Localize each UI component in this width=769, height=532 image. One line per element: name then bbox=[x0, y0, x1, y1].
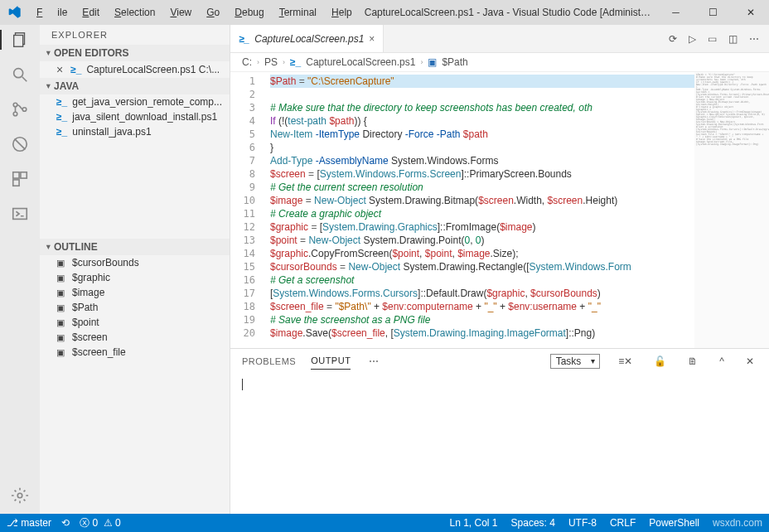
explorer-icon[interactable] bbox=[0, 30, 30, 50]
tab-problems[interactable]: PROBLEMS bbox=[242, 353, 296, 370]
indent-indicator[interactable]: Spaces: 4 bbox=[511, 517, 555, 529]
outline-item[interactable]: ▣$Path bbox=[40, 300, 230, 315]
encoding-indicator[interactable]: UTF-8 bbox=[568, 517, 597, 529]
variable-icon: ▣ bbox=[56, 347, 65, 358]
bottom-panel: PROBLEMS OUTPUT ⋯ Tasks ≡✕ 🔓 🗎 ^ ✕ bbox=[230, 348, 769, 514]
editor-tab[interactable]: ≥_ CaptureLocalScreen.ps1 × bbox=[230, 25, 384, 52]
lock-scroll-icon[interactable]: 🔓 bbox=[651, 355, 670, 367]
svg-point-13 bbox=[17, 493, 22, 498]
variable-icon: ▣ bbox=[56, 258, 65, 268]
close-window-button[interactable]: ✕ bbox=[732, 0, 769, 25]
close-tab-icon[interactable]: × bbox=[369, 33, 375, 45]
minimize-button[interactable]: ─ bbox=[657, 0, 694, 25]
powershell-file-icon: ≥_ bbox=[56, 96, 67, 108]
open-editor-item[interactable]: × ≥_ CaptureLocalScreen.ps1 C:\... bbox=[40, 61, 230, 78]
svg-point-5 bbox=[13, 112, 17, 116]
variable-icon: ▣ bbox=[56, 273, 65, 283]
variable-icon: ▣ bbox=[56, 288, 65, 298]
breadcrumb[interactable]: C:› PS› ≥_ CaptureLocalScreen.ps1› ▣ $Pa… bbox=[230, 53, 769, 72]
outline-item[interactable]: ▣$image bbox=[40, 285, 230, 300]
branch-indicator[interactable]: ⎇ master bbox=[7, 517, 51, 529]
open-log-icon[interactable]: 🗎 bbox=[684, 355, 701, 367]
tab-output[interactable]: OUTPUT bbox=[311, 352, 351, 370]
outline-item[interactable]: ▣$point bbox=[40, 315, 230, 330]
window-title: CaptureLocalScreen.ps1 - Java - Visual S… bbox=[360, 7, 657, 18]
editor-group: ≥_ CaptureLocalScreen.ps1 × ⟳ ▷ ▭ ◫ ⋯ C:… bbox=[230, 25, 769, 514]
svg-rect-11 bbox=[13, 180, 19, 186]
title-bar: File Edit Selection View Go Debug Termin… bbox=[0, 0, 769, 25]
explorer-sidebar: EXPLORER OPEN EDITORS × ≥_ CaptureLocalS… bbox=[40, 25, 230, 514]
svg-rect-1 bbox=[14, 36, 23, 47]
menu-edit[interactable]: Edit bbox=[75, 2, 107, 22]
menu-terminal[interactable]: Terminal bbox=[272, 2, 324, 22]
problems-indicator[interactable]: ⓧ 0 ⚠ 0 bbox=[80, 516, 121, 530]
menu-view[interactable]: View bbox=[162, 2, 199, 22]
settings-gear-icon[interactable] bbox=[10, 486, 30, 505]
panel-close-icon[interactable]: ✕ bbox=[742, 355, 757, 367]
output-channel-select[interactable]: Tasks bbox=[550, 354, 601, 369]
open-editor-label: CaptureLocalScreen.ps1 C:\... bbox=[86, 64, 220, 75]
code-content[interactable]: $Path = "C:\ScreenCapture" # Make sure t… bbox=[264, 72, 694, 348]
status-bar: ⎇ master ⟲ ⓧ 0 ⚠ 0 Ln 1, Col 1 Spaces: 4… bbox=[0, 514, 769, 532]
powershell-file-icon: ≥_ bbox=[290, 56, 301, 68]
watermark: wsxdn.com bbox=[713, 517, 762, 529]
powershell-file-icon: ≥_ bbox=[56, 126, 67, 138]
debug-icon[interactable] bbox=[10, 134, 30, 154]
powershell-ext-icon[interactable] bbox=[10, 204, 30, 224]
svg-rect-10 bbox=[21, 172, 27, 178]
search-icon[interactable] bbox=[10, 65, 30, 85]
outline-item[interactable]: ▣$screen bbox=[40, 330, 230, 345]
more-actions-icon[interactable]: ⋯ bbox=[749, 33, 759, 45]
line-gutter: 1234567891011121314151617181920 bbox=[230, 72, 264, 348]
menu-file[interactable]: File bbox=[29, 2, 75, 22]
activity-bar bbox=[0, 25, 40, 514]
section-open-editors[interactable]: OPEN EDITORS bbox=[40, 45, 230, 61]
svg-point-2 bbox=[14, 69, 23, 78]
section-workspace[interactable]: JAVA bbox=[40, 78, 230, 94]
variable-icon: ▣ bbox=[56, 302, 65, 313]
close-icon[interactable]: × bbox=[56, 63, 63, 76]
powershell-file-icon: ≥_ bbox=[239, 33, 249, 45]
outline-item[interactable]: ▣$graphic bbox=[40, 270, 230, 285]
file-item[interactable]: ≥_java_silent_download_install.ps1 bbox=[40, 109, 230, 124]
language-indicator[interactable]: PowerShell bbox=[649, 517, 699, 529]
panel-maximize-icon[interactable]: ^ bbox=[716, 355, 728, 367]
minimap[interactable]: $Path = "C:\ScreenCapture"# Make sure th… bbox=[694, 72, 769, 348]
menu-bar: File Edit Selection View Go Debug Termin… bbox=[29, 2, 360, 22]
file-item[interactable]: ≥_uninstall_java.ps1 bbox=[40, 124, 230, 139]
cursor-position[interactable]: Ln 1, Col 1 bbox=[450, 517, 498, 529]
compare-changes-icon[interactable]: ⟳ bbox=[669, 33, 677, 45]
run-selection-icon[interactable]: ▭ bbox=[708, 33, 717, 45]
maximize-button[interactable]: ☐ bbox=[694, 0, 732, 25]
more-panels-icon[interactable]: ⋯ bbox=[365, 355, 382, 367]
eol-indicator[interactable]: CRLF bbox=[610, 517, 636, 529]
clear-output-icon[interactable]: ≡✕ bbox=[615, 355, 636, 367]
split-editor-icon[interactable]: ◫ bbox=[728, 33, 738, 45]
svg-rect-9 bbox=[13, 172, 19, 178]
menu-go[interactable]: Go bbox=[199, 2, 227, 22]
svg-line-3 bbox=[22, 77, 27, 82]
section-outline[interactable]: OUTLINE bbox=[40, 239, 230, 255]
powershell-file-icon: ≥_ bbox=[70, 64, 81, 75]
sidebar-title: EXPLORER bbox=[40, 25, 230, 45]
variable-icon: ▣ bbox=[56, 317, 65, 328]
run-icon[interactable]: ▷ bbox=[689, 33, 696, 45]
outline-item[interactable]: ▣$cursorBounds bbox=[40, 255, 230, 270]
variable-icon: ▣ bbox=[56, 332, 65, 343]
svg-line-8 bbox=[15, 139, 26, 150]
svg-point-4 bbox=[13, 103, 17, 107]
outline-item[interactable]: ▣$screen_file bbox=[40, 345, 230, 360]
menu-debug[interactable]: Debug bbox=[227, 2, 271, 22]
vscode-logo-icon bbox=[0, 6, 29, 19]
menu-selection[interactable]: Selection bbox=[107, 2, 162, 22]
file-item[interactable]: ≥_get_java_version_remote_comp... bbox=[40, 94, 230, 109]
code-editor[interactable]: 1234567891011121314151617181920 $Path = … bbox=[230, 72, 769, 348]
source-control-icon[interactable] bbox=[10, 99, 30, 119]
menu-help[interactable]: Help bbox=[324, 2, 360, 22]
sync-icon[interactable]: ⟲ bbox=[61, 517, 70, 529]
output-body[interactable] bbox=[230, 373, 769, 514]
symbol-icon: ▣ bbox=[428, 56, 437, 68]
extensions-icon[interactable] bbox=[10, 169, 30, 189]
powershell-file-icon: ≥_ bbox=[56, 111, 67, 123]
tab-label: CaptureLocalScreen.ps1 bbox=[254, 33, 364, 45]
